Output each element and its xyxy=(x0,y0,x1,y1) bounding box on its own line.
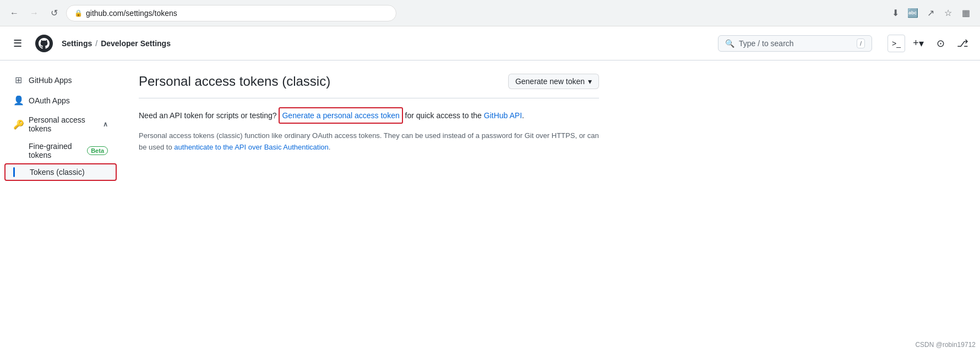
content-header: Personal access tokens (classic) Generat… xyxy=(139,74,599,89)
share-icon[interactable]: ↗ xyxy=(923,5,938,21)
new-button[interactable]: + ▾ xyxy=(910,35,927,52)
browser-actions: ⬇ 🔤 ↗ ☆ ▦ xyxy=(888,5,973,21)
active-indicator xyxy=(13,167,15,177)
description-suffix: for quick access to the xyxy=(403,111,484,120)
generate-new-token-button[interactable]: Generate new token ▾ xyxy=(508,74,599,89)
breadcrumb-separator: / xyxy=(95,39,97,48)
reload-button[interactable]: ↺ xyxy=(46,5,62,21)
main-content: Personal access tokens (classic) Generat… xyxy=(121,60,617,353)
page-title: Personal access tokens (classic) xyxy=(139,74,330,89)
pr-button[interactable]: ⎇ xyxy=(954,35,971,52)
hamburger-menu[interactable]: ☰ xyxy=(9,35,26,52)
url-text: github.com/settings/tokens xyxy=(86,9,177,18)
generate-token-link[interactable]: Generate a personal access token xyxy=(279,107,402,124)
github-api-link[interactable]: GitHub API xyxy=(484,111,522,120)
github-apps-label: GitHub Apps xyxy=(29,76,72,85)
content-divider xyxy=(139,98,599,98)
description-prefix: Need an API token for scripts or testing… xyxy=(139,111,279,120)
sidebar-item-oauth-apps[interactable]: 👤 OAuth Apps xyxy=(4,91,117,110)
github-header: ☰ Settings / Developer Settings 🔍 Type /… xyxy=(0,26,980,60)
oauth-apps-icon: 👤 xyxy=(13,95,23,106)
beta-badge: Beta xyxy=(87,146,108,155)
bookmark-icon[interactable]: ☆ xyxy=(940,5,956,21)
fine-grained-label: Fine-grained tokens xyxy=(29,142,83,159)
header-actions: >_ + ▾ ⊙ ⎇ xyxy=(888,35,971,52)
download-icon[interactable]: ⬇ xyxy=(888,5,903,21)
address-bar[interactable]: 🔒 github.com/settings/tokens xyxy=(66,5,396,21)
key-icon: 🔑 xyxy=(13,119,23,130)
search-kbd: / xyxy=(857,38,865,48)
tokens-classic-label: Tokens (classic) xyxy=(30,168,85,176)
search-placeholder: Type / to search xyxy=(739,39,794,48)
watch-icon: ⊙ xyxy=(937,37,945,49)
secondary-description: Personal access tokens (classic) functio… xyxy=(139,130,599,153)
watermark: CSDN @robin19712 xyxy=(915,341,976,349)
search-bar[interactable]: 🔍 Type / to search / xyxy=(718,35,872,52)
translate-icon[interactable]: 🔤 xyxy=(905,5,921,21)
chevron-up-icon: ∧ xyxy=(103,120,108,128)
breadcrumb: Settings / Developer Settings xyxy=(62,39,171,48)
search-icon: 🔍 xyxy=(725,39,734,48)
personal-tokens-label: Personal access tokens xyxy=(29,115,97,133)
hamburger-icon: ☰ xyxy=(13,37,22,49)
terminal-button[interactable]: >_ xyxy=(888,35,905,52)
github-apps-icon: ⊞ xyxy=(13,75,23,85)
browser-chrome: ← → ↺ 🔒 github.com/settings/tokens ⬇ 🔤 ↗… xyxy=(0,0,980,26)
sidebar: ⊞ GitHub Apps 👤 OAuth Apps 🔑 Personal ac… xyxy=(0,60,121,353)
auth-api-link[interactable]: authenticate to the API over Basic Authe… xyxy=(174,143,328,151)
main-layout: ⊞ GitHub Apps 👤 OAuth Apps 🔑 Personal ac… xyxy=(0,60,980,353)
watch-button[interactable]: ⊙ xyxy=(932,35,949,52)
sidebar-item-personal-tokens[interactable]: 🔑 Personal access tokens ∧ xyxy=(4,111,117,137)
sidebar-item-tokens-classic[interactable]: Tokens (classic) xyxy=(4,163,117,181)
pr-icon: ⎇ xyxy=(957,37,968,49)
forward-button[interactable]: → xyxy=(26,5,42,21)
secondary-text-suffix: . xyxy=(329,143,331,151)
generate-btn-label: Generate new token xyxy=(515,77,585,86)
settings-link[interactable]: Settings xyxy=(62,39,92,48)
lock-icon: 🔒 xyxy=(74,9,83,17)
octocat-icon xyxy=(39,38,50,49)
sidebar-item-github-apps[interactable]: ⊞ GitHub Apps xyxy=(4,70,117,90)
description-paragraph: Need an API token for scripts or testing… xyxy=(139,107,599,124)
oauth-apps-label: OAuth Apps xyxy=(29,96,70,105)
chevron-down-icon: ▾ xyxy=(919,37,924,49)
generate-btn-chevron: ▾ xyxy=(588,77,592,86)
back-button[interactable]: ← xyxy=(7,5,22,21)
period: . xyxy=(522,111,524,120)
sidebar-item-fine-grained[interactable]: Fine-grained tokens Beta xyxy=(4,139,117,163)
plus-icon: + xyxy=(913,37,919,49)
extensions-icon[interactable]: ▦ xyxy=(958,5,973,21)
github-logo[interactable] xyxy=(35,35,53,52)
developer-settings-label: Developer Settings xyxy=(101,39,171,48)
